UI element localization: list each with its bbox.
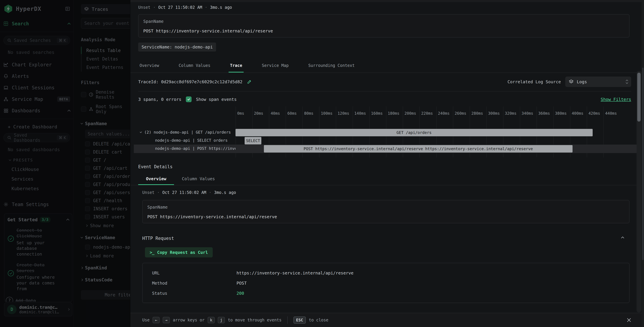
event-meta: Unset · Oct 27 11:50:02 AM · 3mo.s ago (142, 190, 236, 195)
tick-label: 220ms (421, 111, 433, 116)
correlated-log-source-select[interactable]: Logs (565, 76, 631, 87)
scrollbar-thumb[interactable] (642, 68, 644, 260)
table-row: URL https://inventory-service.internal/a… (142, 268, 629, 278)
tick-label: 340ms (522, 111, 533, 116)
tab-column-values[interactable]: Column Values (178, 61, 212, 73)
page-scrollbar[interactable] (642, 0, 644, 327)
tick-label: 260ms (454, 111, 466, 116)
row-key: URL (152, 270, 236, 276)
terminal-icon: >_ (150, 250, 154, 255)
row-value: POST (236, 281, 247, 286)
drawer-top-edge (130, 0, 644, 2)
event-details-tabs: Overview Column Values (138, 174, 223, 185)
span-row-label: nodejs-demo-api | POST https://invento (140, 146, 236, 151)
collapse-section-icon[interactable] (621, 236, 624, 240)
tick-label: 60ms (287, 111, 297, 116)
span-name-label: SpanName (147, 205, 624, 210)
row-value: https://inventory-service.internal/api/r… (236, 270, 354, 276)
row-value-status: 200 (236, 291, 244, 296)
severity-text: Unset (138, 5, 150, 10)
tick-label: 440ms (605, 111, 617, 116)
correlated-log-source-value: Logs (577, 80, 587, 84)
row-key: Method (152, 281, 236, 286)
timestamp: Oct 27 11:50:02 AM (158, 5, 202, 10)
tab-ed-overview[interactable]: Overview (138, 174, 174, 185)
span-row-label: (2) nodejs-demo-api | GET /api/orders (140, 130, 236, 134)
tick-label: 200ms (404, 111, 416, 116)
tick-label: 240ms (438, 111, 450, 116)
hyperdx-app: HyperDX Search Saved Searches ⌘ K No sav… (0, 0, 644, 327)
span-bar[interactable]: GET /api/orders (236, 129, 593, 136)
divider (287, 316, 288, 324)
tick-label: 0ms (237, 111, 244, 116)
timestamp: Oct 27 11:50:02 AM (162, 190, 206, 195)
severity-text: Unset (142, 190, 154, 195)
k-keycap: k (208, 317, 215, 323)
right-arrow-keycap: → (163, 317, 170, 323)
tick-label: 300ms (488, 111, 500, 116)
span-row-label: nodejs-demo-api | SELECT orders (140, 138, 236, 142)
drawer-scrollbar[interactable] (636, 71, 641, 312)
tick-label: 380ms (555, 111, 567, 116)
event-meta: Unset · Oct 27 11:50:02 AM · 3mo.s ago (138, 5, 232, 10)
span-bar[interactable]: POST https://inventory-service.internal/… (264, 145, 572, 152)
tick-label: 80ms (304, 111, 314, 116)
divider (130, 185, 644, 185)
trace-waterfall: 0ms20ms40ms60ms80ms100ms120ms140ms160ms1… (137, 106, 632, 158)
esc-keycap: ESC (294, 316, 306, 324)
span-row-select-orders[interactable]: nodejs-demo-api | SELECT orders SELECT (137, 136, 632, 145)
copy-request-as-curl-button[interactable]: >_ Copy Request as Curl (145, 247, 213, 258)
tick-label: 40ms (271, 111, 280, 116)
tick-label: 120ms (338, 111, 349, 116)
span-name-card: SpanName POST https://inventory-service.… (138, 14, 630, 38)
spans-summary: 3 spans, 0 errors (138, 97, 182, 102)
tab-trace[interactable]: Trace (228, 61, 244, 73)
drawer-footer: Use ← → arrow keys or k j to move throug… (130, 313, 644, 327)
relative-time: 3mo.s ago (210, 5, 232, 10)
tick-label: 400ms (572, 111, 583, 116)
http-request-table: URL https://inventory-service.internal/a… (142, 263, 630, 303)
divider (130, 72, 644, 73)
trace-panel-tabs: Overview Column Values Trace Service Map… (138, 61, 644, 73)
trace-id-text: TraceId: 0d29acc8df697e7c6029c2c12d7d5d8… (138, 80, 242, 84)
tick-label: 180ms (388, 111, 399, 116)
event-details-title: Event Details (138, 164, 173, 169)
http-request-title: HTTP Request (142, 236, 174, 241)
j-keycap: j (218, 317, 225, 323)
tick-label: 20ms (254, 111, 263, 116)
scrollbar-thumb[interactable] (637, 73, 640, 122)
show-filters-link[interactable]: Show Filters (600, 97, 631, 102)
left-arrow-keycap: ← (152, 317, 160, 323)
layers-icon (569, 79, 574, 84)
span-name-card: SpanName POST https://inventory-service.… (142, 200, 630, 223)
span-name-label: SpanName (143, 19, 624, 24)
correlated-log-source-label: Correlated Log Source (508, 80, 561, 84)
row-key: Status (152, 291, 236, 296)
tick-label: 420ms (588, 111, 600, 116)
span-name-value: POST https://inventory-service.internal/… (147, 214, 624, 219)
edit-pencil-icon[interactable] (247, 79, 252, 84)
tick-label: 100ms (321, 111, 332, 116)
table-row: Status 200 (142, 288, 629, 298)
tab-overview[interactable]: Overview (138, 61, 160, 73)
check-icon (187, 98, 190, 101)
table-row: Method POST (142, 278, 629, 288)
tick-label: 280ms (471, 111, 483, 116)
service-name-tag[interactable]: ServiceName: nodejs-demo-api (138, 42, 216, 52)
span-row-get-orders[interactable]: (2) nodejs-demo-api | GET /api/orders GE… (137, 128, 632, 137)
tab-service-map[interactable]: Service Map (260, 61, 290, 73)
tab-ed-column-values[interactable]: Column Values (174, 174, 223, 185)
tick-label: 320ms (505, 111, 516, 116)
show-span-events-checkbox[interactable] (186, 96, 192, 102)
tick-label: 140ms (354, 111, 366, 116)
span-row-post-reserve[interactable]: nodejs-demo-api | POST https://invento P… (137, 144, 632, 153)
tab-surrounding-context[interactable]: Surrounding Context (307, 61, 356, 73)
trace-side-panel: Unset · Oct 27 11:50:02 AM · 3mo.s ago S… (130, 0, 644, 327)
tick-label: 360ms (538, 111, 550, 116)
span-bar[interactable]: SELECT (245, 137, 261, 144)
chevron-down-icon[interactable] (140, 130, 142, 133)
select-chevrons-icon (626, 80, 628, 84)
tick-label: 160ms (371, 111, 383, 116)
close-icon[interactable] (626, 317, 632, 323)
show-span-events-label: Show span events (196, 97, 237, 102)
